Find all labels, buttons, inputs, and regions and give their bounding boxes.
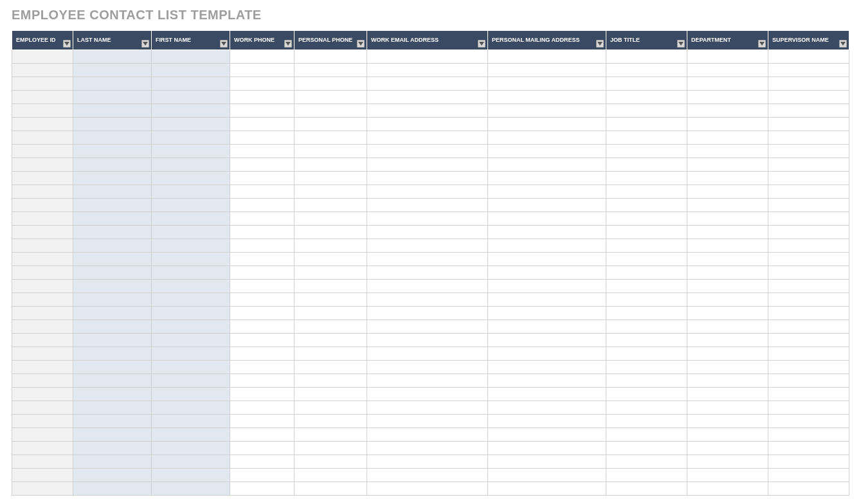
table-cell[interactable]: [367, 104, 488, 118]
filter-dropdown-icon[interactable]: [220, 40, 228, 48]
table-cell[interactable]: [12, 374, 73, 388]
table-cell[interactable]: [152, 347, 230, 361]
column-header[interactable]: FIRST NAME: [152, 31, 230, 50]
column-header[interactable]: WORK PHONE: [230, 31, 295, 50]
table-cell[interactable]: [367, 239, 488, 253]
table-cell[interactable]: [73, 145, 152, 158]
table-cell[interactable]: [606, 212, 687, 226]
table-cell[interactable]: [152, 320, 230, 334]
table-cell[interactable]: [367, 118, 488, 131]
table-cell[interactable]: [687, 185, 768, 199]
table-cell[interactable]: [295, 469, 367, 482]
table-cell[interactable]: [768, 212, 849, 226]
table-cell[interactable]: [488, 320, 606, 334]
table-cell[interactable]: [295, 77, 367, 91]
table-cell[interactable]: [295, 415, 367, 428]
table-cell[interactable]: [687, 347, 768, 361]
table-cell[interactable]: [295, 199, 367, 212]
table-cell[interactable]: [152, 172, 230, 185]
table-cell[interactable]: [488, 212, 606, 226]
table-cell[interactable]: [230, 131, 295, 145]
table-cell[interactable]: [768, 131, 849, 145]
filter-dropdown-icon[interactable]: [839, 40, 847, 48]
table-cell[interactable]: [152, 334, 230, 347]
table-cell[interactable]: [230, 266, 295, 280]
table-cell[interactable]: [73, 320, 152, 334]
table-cell[interactable]: [230, 455, 295, 469]
table-cell[interactable]: [488, 239, 606, 253]
table-cell[interactable]: [73, 307, 152, 320]
table-cell[interactable]: [152, 239, 230, 253]
table-cell[interactable]: [12, 347, 73, 361]
table-cell[interactable]: [488, 428, 606, 442]
table-cell[interactable]: [73, 212, 152, 226]
table-cell[interactable]: [152, 415, 230, 428]
table-cell[interactable]: [230, 91, 295, 104]
table-cell[interactable]: [488, 307, 606, 320]
table-cell[interactable]: [687, 280, 768, 293]
table-cell[interactable]: [152, 212, 230, 226]
table-cell[interactable]: [488, 266, 606, 280]
table-cell[interactable]: [295, 131, 367, 145]
table-cell[interactable]: [295, 293, 367, 307]
table-cell[interactable]: [488, 280, 606, 293]
table-cell[interactable]: [768, 293, 849, 307]
table-cell[interactable]: [367, 293, 488, 307]
table-cell[interactable]: [488, 91, 606, 104]
table-cell[interactable]: [687, 239, 768, 253]
table-cell[interactable]: [73, 482, 152, 496]
table-cell[interactable]: [12, 361, 73, 374]
table-cell[interactable]: [606, 334, 687, 347]
table-cell[interactable]: [488, 185, 606, 199]
table-cell[interactable]: [73, 401, 152, 415]
table-cell[interactable]: [12, 226, 73, 239]
table-cell[interactable]: [73, 442, 152, 455]
table-cell[interactable]: [73, 347, 152, 361]
table-cell[interactable]: [12, 266, 73, 280]
table-cell[interactable]: [367, 50, 488, 64]
table-cell[interactable]: [73, 50, 152, 64]
table-cell[interactable]: [687, 428, 768, 442]
table-cell[interactable]: [768, 158, 849, 172]
table-cell[interactable]: [295, 104, 367, 118]
table-cell[interactable]: [152, 455, 230, 469]
table-cell[interactable]: [367, 77, 488, 91]
table-cell[interactable]: [152, 50, 230, 64]
column-header[interactable]: SUPERVISOR NAME: [768, 31, 849, 50]
table-cell[interactable]: [152, 293, 230, 307]
table-cell[interactable]: [73, 131, 152, 145]
table-cell[interactable]: [230, 77, 295, 91]
table-cell[interactable]: [12, 442, 73, 455]
table-cell[interactable]: [488, 64, 606, 77]
table-cell[interactable]: [768, 415, 849, 428]
table-cell[interactable]: [230, 415, 295, 428]
table-cell[interactable]: [606, 266, 687, 280]
table-cell[interactable]: [295, 212, 367, 226]
table-cell[interactable]: [606, 104, 687, 118]
table-cell[interactable]: [687, 469, 768, 482]
table-cell[interactable]: [152, 253, 230, 266]
table-cell[interactable]: [606, 415, 687, 428]
table-cell[interactable]: [768, 401, 849, 415]
table-cell[interactable]: [12, 280, 73, 293]
table-cell[interactable]: [295, 172, 367, 185]
table-cell[interactable]: [606, 320, 687, 334]
table-cell[interactable]: [488, 158, 606, 172]
table-cell[interactable]: [152, 104, 230, 118]
table-cell[interactable]: [295, 428, 367, 442]
table-cell[interactable]: [295, 280, 367, 293]
table-cell[interactable]: [687, 482, 768, 496]
table-cell[interactable]: [367, 266, 488, 280]
table-cell[interactable]: [12, 401, 73, 415]
table-cell[interactable]: [768, 428, 849, 442]
table-cell[interactable]: [687, 455, 768, 469]
table-cell[interactable]: [73, 226, 152, 239]
table-cell[interactable]: [606, 361, 687, 374]
table-cell[interactable]: [687, 172, 768, 185]
table-cell[interactable]: [295, 91, 367, 104]
table-cell[interactable]: [12, 455, 73, 469]
table-cell[interactable]: [367, 388, 488, 401]
table-cell[interactable]: [768, 199, 849, 212]
table-cell[interactable]: [152, 64, 230, 77]
table-cell[interactable]: [73, 239, 152, 253]
